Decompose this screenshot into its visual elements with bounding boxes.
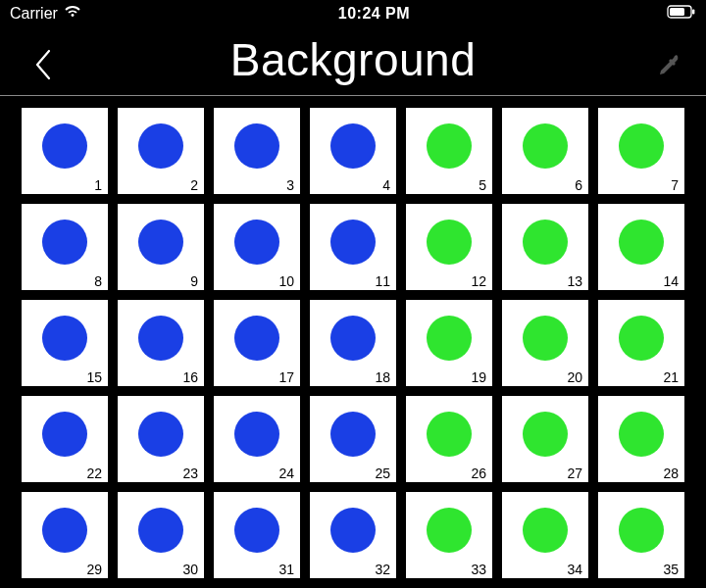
color-grid: 1234567891011121314151617181920212223242…: [22, 108, 684, 588]
color-swatch[interactable]: 33: [406, 492, 492, 578]
swatch-dot: [619, 316, 664, 361]
swatch-dot: [42, 220, 87, 265]
swatch-number: 6: [575, 177, 582, 193]
swatch-number: 14: [663, 273, 679, 289]
swatch-number: 16: [182, 369, 198, 385]
swatch-number: 33: [471, 562, 486, 577]
color-swatch[interactable]: 17: [214, 300, 300, 386]
color-swatch[interactable]: 21: [598, 300, 684, 386]
color-swatch[interactable]: 12: [406, 204, 492, 290]
swatch-number: 30: [182, 562, 198, 577]
swatch-number: 27: [567, 466, 582, 481]
swatch-number: 31: [278, 562, 294, 577]
color-swatch[interactable]: 8: [22, 204, 108, 290]
page-title: Background: [0, 33, 706, 86]
color-swatch[interactable]: 11: [310, 204, 396, 290]
color-swatch[interactable]: 1: [22, 108, 108, 194]
color-swatch[interactable]: 5: [406, 108, 492, 194]
color-swatch[interactable]: 25: [310, 396, 396, 482]
swatch-dot: [42, 508, 87, 553]
swatch-dot: [234, 412, 279, 457]
swatch-number: 23: [182, 466, 198, 481]
swatch-dot: [42, 412, 87, 457]
swatch-number: 28: [663, 466, 679, 481]
battery-icon: [667, 5, 696, 23]
color-grid-container: 1234567891011121314151617181920212223242…: [0, 96, 706, 588]
swatch-dot: [330, 220, 376, 265]
swatch-dot: [619, 508, 664, 553]
swatch-number: 20: [567, 369, 582, 385]
color-swatch[interactable]: 18: [310, 300, 396, 386]
swatch-number: 32: [375, 562, 390, 577]
color-swatch[interactable]: 35: [598, 492, 684, 578]
color-swatch[interactable]: 31: [214, 492, 300, 578]
color-swatch[interactable]: 10: [214, 204, 300, 290]
swatch-number: 34: [567, 562, 582, 577]
swatch-dot: [138, 412, 183, 457]
swatch-number: 19: [471, 369, 486, 385]
swatch-dot: [619, 412, 664, 457]
swatch-dot: [330, 316, 376, 361]
color-swatch[interactable]: 15: [22, 300, 108, 386]
color-swatch[interactable]: 27: [502, 396, 588, 482]
swatch-number: 21: [663, 369, 679, 385]
carrier-label: Carrier: [10, 5, 58, 23]
swatch-dot: [427, 508, 472, 553]
color-swatch[interactable]: 28: [598, 396, 684, 482]
swatch-number: 10: [278, 273, 294, 289]
color-swatch[interactable]: 32: [310, 492, 396, 578]
color-swatch[interactable]: 24: [214, 396, 300, 482]
swatch-dot: [330, 508, 376, 553]
swatch-dot: [330, 412, 376, 457]
color-swatch[interactable]: 22: [22, 396, 108, 482]
swatch-dot: [234, 508, 279, 553]
swatch-number: 24: [278, 466, 294, 481]
color-swatch[interactable]: 30: [118, 492, 204, 578]
swatch-number: 29: [86, 562, 102, 577]
swatch-number: 13: [567, 273, 582, 289]
swatch-dot: [234, 220, 279, 265]
swatch-dot: [234, 123, 279, 169]
color-swatch[interactable]: 6: [502, 108, 588, 194]
swatch-number: 2: [190, 177, 198, 193]
color-swatch[interactable]: 13: [502, 204, 588, 290]
swatch-number: 35: [663, 562, 679, 577]
color-picker-button[interactable]: [649, 47, 688, 86]
swatch-number: 17: [278, 369, 294, 385]
swatch-number: 7: [671, 177, 679, 193]
swatch-dot: [427, 123, 472, 169]
color-swatch[interactable]: 3: [214, 108, 300, 194]
swatch-dot: [523, 508, 568, 553]
swatch-dot: [619, 123, 664, 169]
swatch-number: 12: [471, 273, 486, 289]
swatch-dot: [427, 220, 472, 265]
swatch-number: 9: [190, 273, 198, 289]
swatch-dot: [427, 412, 472, 457]
swatch-dot: [523, 220, 568, 265]
color-swatch[interactable]: 2: [118, 108, 204, 194]
color-swatch[interactable]: 20: [502, 300, 588, 386]
status-time: 10:24 PM: [338, 5, 410, 23]
svg-rect-1: [692, 10, 694, 15]
swatch-dot: [138, 508, 183, 553]
color-swatch[interactable]: 26: [406, 396, 492, 482]
swatch-number: 4: [382, 177, 390, 193]
color-swatch[interactable]: 9: [118, 204, 204, 290]
wifi-icon: [64, 5, 81, 23]
swatch-number: 1: [94, 177, 102, 193]
status-bar: Carrier 10:24 PM: [0, 0, 706, 27]
swatch-dot: [138, 123, 183, 169]
swatch-dot: [42, 123, 87, 169]
color-swatch[interactable]: 14: [598, 204, 684, 290]
swatch-number: 25: [375, 466, 390, 481]
color-swatch[interactable]: 34: [502, 492, 588, 578]
color-swatch[interactable]: 23: [118, 396, 204, 482]
svg-rect-2: [670, 8, 684, 16]
color-swatch[interactable]: 4: [310, 108, 396, 194]
color-swatch[interactable]: 16: [118, 300, 204, 386]
color-swatch[interactable]: 7: [598, 108, 684, 194]
color-swatch[interactable]: 19: [406, 300, 492, 386]
status-left: Carrier: [10, 5, 81, 23]
color-swatch[interactable]: 29: [22, 492, 108, 578]
swatch-dot: [523, 316, 568, 361]
